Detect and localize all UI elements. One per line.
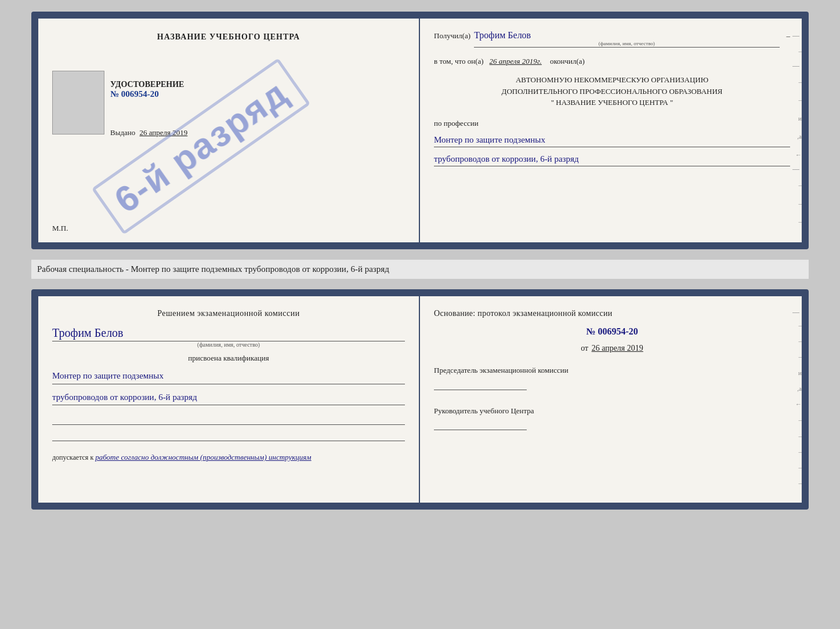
exam-right-page: Основание: протокол экзаменационной коми… (420, 296, 802, 503)
exam-allowed-prefix: допускается к (52, 453, 93, 461)
exam-qualification-line1: Монтер по защите подземных (52, 369, 405, 384)
cert-vydano: Выдано 26 апреля 2019 (110, 128, 405, 137)
exam-head-sign-line (434, 419, 527, 430)
exam-extra-lines (52, 416, 405, 441)
certificate-document: НАЗВАНИЕ УЧЕБНОГО ЦЕНТРА 6-й разряд УДОС… (31, 12, 809, 249)
exam-protocol-date: от 26 апреля 2019 (434, 344, 790, 353)
exam-recipient-name: Трофим Белов (52, 326, 405, 341)
info-strip-text: Рабочая специальность - Монтер по защите… (37, 264, 389, 274)
cert-photo (52, 71, 104, 134)
exam-head-block: Руководитель учебного Центра (434, 405, 790, 431)
cert-right-page: Получил(а) Трофим Белов (фамилия, имя, о… (420, 19, 802, 242)
cert-org-block: АВТОНОМНУЮ НЕКОММЕРЧЕСКУЮ ОРГАНИЗАЦИЮ ДО… (434, 74, 790, 108)
exam-chairman-sign-line (434, 379, 527, 390)
cert-udost-num: № 006954-20 (110, 89, 405, 99)
exam-right-title: Основание: протокол экзаменационной коми… (434, 309, 790, 318)
exam-date-prefix: от (581, 344, 588, 352)
cert-profession-line1: Монтер по защите подземных (434, 133, 790, 147)
exam-head-label: Руководитель учебного Центра (434, 405, 790, 417)
side-line-1 (792, 36, 799, 37)
cert-org-title: НАЗВАНИЕ УЧЕБНОГО ЦЕНТРА (52, 32, 405, 42)
cert-vtom-row: в том, что он(а) 26 апреля 2019г. окончи… (434, 57, 790, 66)
cert-org-line2: ДОПОЛНИТЕЛЬНОГО ПРОФЕССИОНАЛЬНОГО ОБРАЗО… (434, 86, 790, 97)
exam-chairman-block: Председатель экзаменационной комиссии (434, 365, 790, 390)
exam-assigned-label: присвоена квалификация (52, 354, 405, 363)
cert-udost-label: УДОСТОВЕРЕНИЕ (110, 80, 405, 89)
exam-chairman-label: Председатель экзаменационной комиссии (434, 365, 790, 376)
cert-mp: М.П. (52, 218, 405, 233)
exam-allowed-block: допускается к работе согласно должностны… (52, 453, 405, 462)
exam-name-sublabel: (фамилия, имя, отчество) (52, 341, 405, 348)
cert-vydano-label: Выдано (110, 128, 135, 137)
cert-vydano-date: 26 апреля 2019 (140, 128, 188, 137)
exam-line-2 (52, 432, 405, 441)
cert-vtom-date: 26 апреля 2019г. (490, 57, 542, 66)
info-strip: Рабочая специальность - Монтер по защите… (31, 260, 809, 279)
cert-recipient-name: Трофим Белов (фамилия, имя, отчество) (474, 30, 779, 48)
exam-name-block: Трофим Белов (фамилия, имя, отчество) (52, 326, 405, 348)
exam-protocol-num: № 006954-20 (434, 326, 790, 337)
exam-document: Решением экзаменационной комиссии Трофим… (31, 289, 809, 510)
exam-allowed-text: работе согласно должностным (производств… (95, 453, 311, 461)
cert-side-lines: – – – и ,а ← – – – (791, 19, 802, 242)
cert-left-page: НАЗВАНИЕ УЧЕБНОГО ЦЕНТРА 6-й разряд УДОС… (38, 19, 420, 242)
cert-org-line1: АВТОНОМНУЮ НЕКОММЕРЧЕСКУЮ ОРГАНИЗАЦИЮ (434, 74, 790, 86)
side-line-3 (792, 169, 799, 170)
cert-udost-block: УДОСТОВЕРЕНИЕ № 006954-20 (110, 80, 405, 99)
exam-line-1 (52, 416, 405, 425)
cert-recipient-row: Получил(а) Трофим Белов (фамилия, имя, о… (434, 30, 790, 48)
exam-left-title: Решением экзаменационной комиссии (52, 309, 405, 318)
cert-org-name: " НАЗВАНИЕ УЧЕБНОГО ЦЕНТРА " (434, 97, 790, 108)
exam-date: 26 апреля 2019 (592, 344, 643, 352)
cert-poluchil-label: Получил(а) (434, 31, 470, 41)
cert-vtom-label: в том, что он(а) (434, 57, 484, 66)
cert-dash1: – (787, 31, 791, 41)
cert-profession-line2: трубопроводов от коррозии, 6-й разряд (434, 152, 790, 166)
exam-qualification-line2: трубопроводов от коррозии, 6-й разряд (52, 390, 405, 406)
exam-left-page: Решением экзаменационной комиссии Трофим… (38, 296, 420, 503)
side-line-2 (792, 66, 799, 67)
cert-okonchil: окончил(а) (550, 57, 585, 66)
exam-side-lines: – – – и ,а ← – – – – – (791, 296, 802, 503)
cert-po-professii: по профессии (434, 119, 790, 128)
